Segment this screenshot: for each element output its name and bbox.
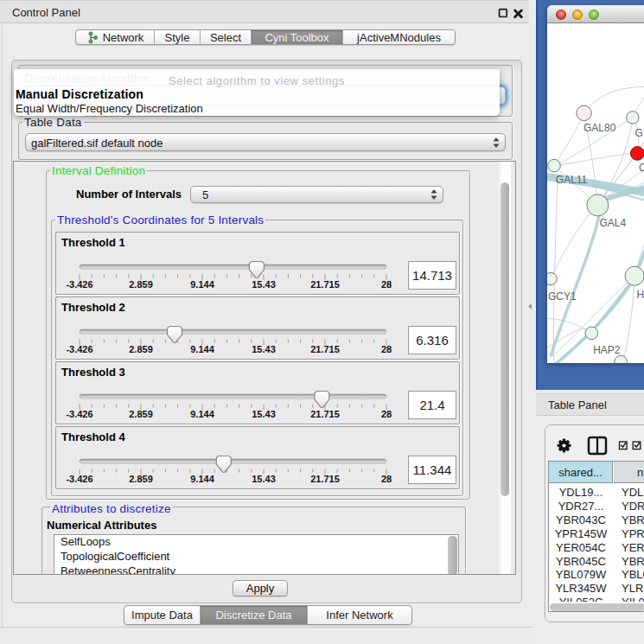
svg-text:-3.426: -3.426 <box>66 409 92 419</box>
svg-text:-3.426: -3.426 <box>66 474 92 484</box>
svg-text:GAL4: GAL4 <box>599 217 626 229</box>
svg-text:-3.426: -3.426 <box>66 279 92 290</box>
svg-text:2.859: 2.859 <box>129 279 153 290</box>
svg-text:21.715: 21.715 <box>310 279 340 290</box>
svg-text:28: 28 <box>381 409 392 419</box>
svg-text:28: 28 <box>381 344 392 354</box>
svg-text:GAL11: GAL11 <box>556 174 588 186</box>
svg-text:C: C <box>639 162 644 174</box>
svg-text:15.43: 15.43 <box>252 279 276 290</box>
svg-text:21.715: 21.715 <box>310 409 340 419</box>
svg-text:HAP2: HAP2 <box>593 344 621 356</box>
svg-text:9.144: 9.144 <box>190 344 214 354</box>
svg-text:28: 28 <box>381 474 392 484</box>
svg-text:15.43: 15.43 <box>252 344 276 354</box>
svg-text:21.715: 21.715 <box>310 474 340 484</box>
svg-text:H: H <box>636 289 644 301</box>
svg-text:G.: G. <box>635 127 644 139</box>
svg-text:-3.426: -3.426 <box>66 344 92 354</box>
svg-text:9.144: 9.144 <box>190 409 214 419</box>
svg-text:2.859: 2.859 <box>129 344 153 354</box>
svg-text:GAL80: GAL80 <box>583 122 616 134</box>
svg-text:15.43: 15.43 <box>252 474 276 484</box>
svg-text:28: 28 <box>381 279 392 290</box>
svg-text:21.715: 21.715 <box>310 344 340 354</box>
svg-text:9.144: 9.144 <box>190 474 214 484</box>
svg-text:9.144: 9.144 <box>190 279 214 290</box>
svg-text:15.43: 15.43 <box>252 409 276 419</box>
svg-text:GCY1: GCY1 <box>548 290 577 303</box>
svg-text:2.859: 2.859 <box>129 409 153 419</box>
svg-text:2.859: 2.859 <box>129 474 153 484</box>
